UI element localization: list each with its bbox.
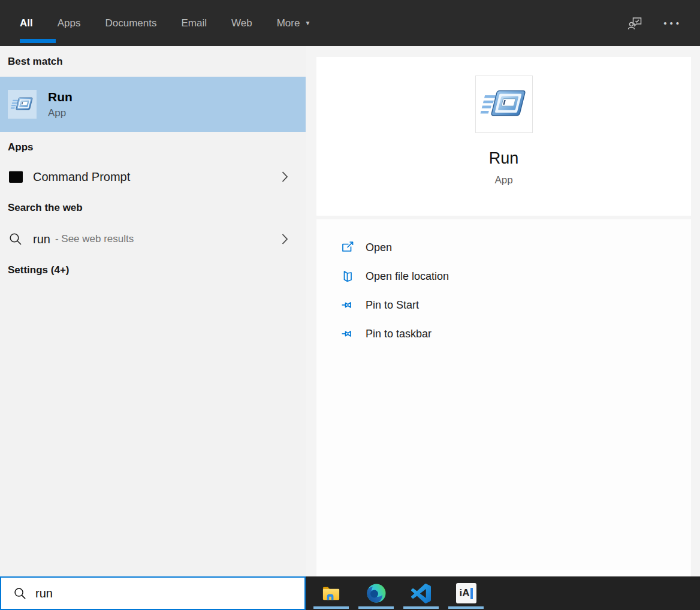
running-app-indicator (358, 606, 394, 609)
taskbar-vscode[interactable] (399, 576, 443, 610)
text-cursor (470, 588, 473, 599)
tab-more-label: More (277, 17, 300, 29)
action-open[interactable]: Open (316, 233, 691, 262)
result-type: App (48, 107, 73, 119)
run-app-icon-large (475, 76, 533, 133)
ia-writer-icon: iA (456, 583, 476, 603)
preview-app-name: Run (489, 149, 519, 168)
file-location-icon (340, 270, 354, 283)
open-external-icon (340, 241, 354, 254)
filter-tabs: All Apps Documents Email Web More ▼ (0, 0, 310, 46)
search-filter-bar: All Apps Documents Email Web More ▼ (0, 0, 700, 46)
results-panel: Best match Run App Apps Command Prompt S… (0, 46, 306, 576)
preview-app-type: App (494, 174, 512, 186)
taskbar-file-explorer[interactable] (309, 576, 354, 610)
edge-icon (366, 582, 387, 604)
preview-panel: Run App Open (306, 46, 700, 576)
running-app-indicator (403, 606, 439, 609)
vscode-icon (411, 584, 431, 603)
web-query: run (33, 232, 50, 246)
command-prompt-icon (8, 171, 23, 183)
preview-actions: Open Open file location (316, 219, 691, 576)
chevron-down-icon: ▼ (304, 20, 310, 26)
more-options-icon[interactable]: ••• (663, 18, 682, 28)
tab-all[interactable]: All (20, 0, 33, 46)
action-label: Open (366, 241, 392, 254)
tab-email-label: Email (181, 17, 207, 29)
tab-web[interactable]: Web (231, 0, 252, 46)
search-icon (13, 587, 27, 600)
section-settings: Settings (4+) (0, 263, 306, 277)
tab-apps-label: Apps (58, 17, 81, 29)
chevron-right-icon[interactable] (282, 234, 288, 245)
tab-documents[interactable]: Documents (105, 0, 156, 46)
result-name: Run (48, 90, 73, 104)
result-web-search[interactable]: run - See web results (0, 225, 306, 253)
section-best-match: Best match (0, 55, 306, 69)
result-command-prompt[interactable]: Command Prompt (0, 163, 306, 191)
ia-writer-label: iA (460, 587, 470, 599)
tab-all-label: All (20, 17, 33, 29)
file-explorer-icon (321, 583, 342, 604)
feedback-icon[interactable] (627, 16, 643, 31)
run-app-icon (8, 90, 37, 119)
result-label: Command Prompt (33, 170, 130, 184)
action-open-file-location[interactable]: Open file location (316, 262, 691, 291)
section-apps: Apps (0, 140, 306, 155)
best-match-result-run[interactable]: Run App (0, 77, 306, 132)
active-tab-underline (20, 39, 56, 43)
taskbar-edge[interactable] (354, 576, 399, 610)
tab-documents-label: Documents (105, 17, 156, 29)
preview-card: Run App (316, 57, 691, 216)
taskbar-ia-writer[interactable]: iA (443, 576, 488, 610)
action-label: Pin to Start (366, 299, 419, 312)
action-label: Open file location (366, 270, 449, 283)
tab-web-label: Web (231, 17, 252, 29)
web-query-suffix: - See web results (55, 233, 134, 245)
chevron-right-icon[interactable] (282, 171, 288, 183)
pin-icon (340, 327, 354, 340)
tab-email[interactable]: Email (181, 0, 207, 46)
running-app-indicator (313, 606, 349, 609)
taskbar: iA (306, 576, 700, 610)
pin-icon (340, 298, 354, 312)
action-pin-to-taskbar[interactable]: Pin to taskbar (316, 319, 691, 348)
search-input[interactable] (35, 587, 275, 600)
search-icon (8, 232, 23, 246)
tab-apps[interactable]: Apps (58, 0, 81, 46)
taskbar-search-box[interactable] (0, 576, 306, 610)
windows-search-panel: All Apps Documents Email Web More ▼ (0, 0, 700, 610)
running-app-indicator (448, 606, 484, 609)
action-label: Pin to taskbar (366, 328, 432, 340)
action-pin-to-start[interactable]: Pin to Start (316, 291, 691, 319)
section-search-the-web: Search the web (0, 201, 306, 215)
topbar-actions: ••• (627, 16, 700, 31)
tab-more[interactable]: More ▼ (277, 0, 311, 46)
